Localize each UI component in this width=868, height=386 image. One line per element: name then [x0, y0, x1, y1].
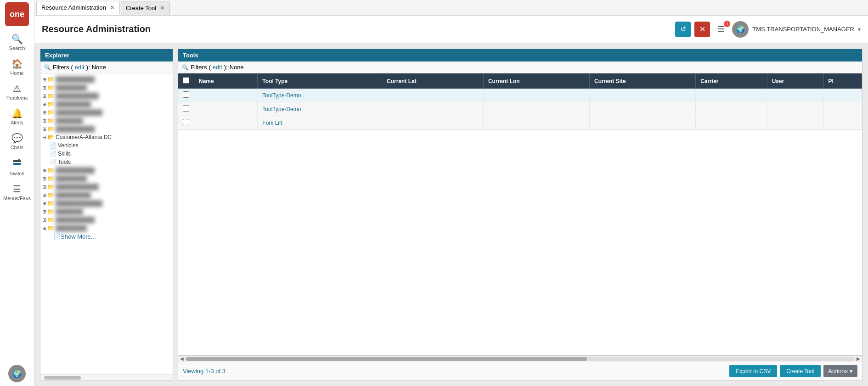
tree-item[interactable]: ⊞📁██████████ [40, 75, 173, 84]
row-checkbox-cell [178, 102, 194, 116]
sidebar-item-search[interactable]: 🔍 Search [0, 30, 34, 55]
col-carrier[interactable]: Carrier [696, 73, 767, 89]
actions-dropdown-icon: ▾ [850, 368, 853, 375]
tree-item[interactable]: ⊞📁████████████ [40, 108, 173, 117]
tools-filter-edit[interactable]: edit [213, 64, 222, 71]
tree-label-customer-atlanta: CustomerA-Atlanta DC [56, 134, 112, 140]
viewing-total: 3 [222, 368, 225, 375]
tree-toggle-icon[interactable]: ⊟ [42, 134, 46, 140]
home-icon: 🏠 [11, 58, 23, 69]
row-pl-0 [823, 89, 862, 102]
tree-item[interactable]: ⊞📁██████████ [40, 216, 173, 224]
main-area: Resource Administration ✕ Create Tool ✕ … [34, 0, 868, 386]
row-name-1 [194, 102, 258, 116]
row-site-0 [590, 89, 696, 102]
refresh-button[interactable]: ↺ [675, 22, 691, 37]
row-checkbox-cell [178, 116, 194, 130]
folder-icon: 📂 [47, 134, 54, 140]
tab-close-resource[interactable]: ✕ [110, 4, 115, 11]
user-name: TMS.TRANSPORTATION_MANAGER [752, 26, 854, 33]
col-user[interactable]: User [767, 73, 823, 89]
tree-item[interactable]: ⊞📁██████████ [40, 166, 173, 174]
tree-item[interactable]: ⊞📁███████████ [40, 183, 173, 191]
col-name[interactable]: Name [194, 73, 258, 89]
tree-item[interactable]: ⊞📁████████ [40, 174, 173, 183]
row-tool-type-0[interactable]: ToolType-Demo [258, 89, 382, 102]
sidebar-user-avatar[interactable]: 🌍 [8, 365, 26, 382]
tree-item[interactable]: ⊞📁███████ [40, 207, 173, 216]
tree-item[interactable]: ⊞📁████████ [40, 84, 173, 92]
row-checkbox[interactable] [183, 119, 189, 125]
tools-table-wrap: Name Tool Type Current Lat Current Lon C… [178, 73, 862, 355]
sidebar-item-problems[interactable]: ⚠ Problems [0, 79, 34, 104]
explorer-filter-bar: 🔍 Filters (edit): None [40, 62, 173, 73]
tree-item-skills[interactable]: 📄 Skills [48, 150, 173, 158]
close-button[interactable]: ✕ [694, 22, 710, 37]
row-site-2 [590, 116, 696, 130]
col-current-lat[interactable]: Current Lat [382, 73, 484, 89]
sidebar-item-home[interactable]: 🏠 Home [0, 55, 34, 79]
sidebar-label-home: Home [10, 70, 23, 76]
filter-search-icon: 🔍 [44, 64, 51, 71]
sidebar-item-switch[interactable]: Switch [0, 154, 34, 180]
row-checkbox[interactable] [183, 105, 189, 112]
app-logo[interactable]: one [5, 2, 29, 26]
col-current-lon[interactable]: Current Lon [483, 73, 589, 89]
tab-close-create[interactable]: ✕ [160, 5, 165, 11]
col-current-site[interactable]: Current Site [590, 73, 696, 89]
sidebar-item-chats[interactable]: 💬 Chats [0, 129, 34, 154]
sidebar-item-alerts[interactable]: 🔔 Alerts [0, 104, 34, 129]
tree-item-customer-atlanta[interactable]: ⊟ 📂 CustomerA-Atlanta DC [40, 133, 173, 141]
export-csv-button[interactable]: Export to CSV [729, 365, 777, 377]
row-checkbox[interactable] [183, 91, 189, 98]
row-tool-type-1[interactable]: ToolType-Demo [258, 102, 382, 116]
col-tool-type[interactable]: Tool Type [258, 73, 382, 89]
tab-label-create-tool: Create Tool [126, 5, 156, 11]
user-avatar[interactable]: 🌍 [732, 21, 749, 38]
user-dropdown-arrow[interactable]: ▾ [858, 26, 861, 33]
explorer-h-scrollbar[interactable] [40, 375, 173, 380]
tree-item-tools[interactable]: 📄 Tools [48, 158, 173, 166]
tree-item[interactable]: ⊞📁██████████ [40, 125, 173, 133]
tree-item[interactable]: ⊞📁█████████ [40, 100, 173, 108]
explorer-filter-edit[interactable]: edit [75, 64, 85, 71]
tree-show-more[interactable]: 📄 Show More... [40, 232, 173, 241]
tree-item[interactable]: ⊞📁████████████ [40, 199, 173, 207]
tree-label-vehicles: Vehicles [58, 142, 79, 149]
col-pl[interactable]: Pl [823, 73, 862, 89]
tab-create-tool[interactable]: Create Tool ✕ [121, 1, 170, 15]
tree-item[interactable]: ⊞📁████████ [40, 224, 173, 232]
table-row[interactable]: ToolType-Demo [178, 89, 862, 102]
viewing-range: 1-3 [205, 368, 214, 375]
tree-item[interactable]: ⊞📁███████████ [40, 92, 173, 100]
scroll-right-arrow[interactable]: ▶ [856, 356, 861, 361]
table-header-row: Name Tool Type Current Lat Current Lon C… [178, 73, 862, 89]
sidebar-item-menus[interactable]: ☰ Menus/Favs [0, 180, 34, 205]
notification-badge[interactable]: ☰ 1 [714, 22, 728, 36]
row-tool-type-2[interactable]: Fork Lift [258, 116, 382, 130]
scroll-left-arrow[interactable]: ◀ [179, 356, 185, 361]
tools-h-scrollbar[interactable]: ◀ ▶ [178, 355, 862, 362]
table-row[interactable]: Fork Lift [178, 116, 862, 130]
actions-label: Actions [828, 368, 848, 375]
row-lon-1 [483, 102, 589, 116]
tab-resource-administration[interactable]: Resource Administration ✕ [36, 1, 120, 15]
file-icon: 📄 [50, 151, 56, 157]
table-row[interactable]: ToolType-Demo [178, 102, 862, 116]
sidebar-label-search: Search [9, 45, 25, 51]
create-tool-button[interactable]: Create Tool [780, 365, 821, 377]
menus-icon: ☰ [13, 184, 21, 195]
scroll-track[interactable] [186, 357, 855, 361]
actions-button[interactable]: Actions ▾ [823, 365, 857, 377]
scroll-thumb [186, 357, 587, 361]
row-lat-1 [382, 102, 484, 116]
svg-rect-1 [13, 163, 21, 165]
tree-item[interactable]: ⊞📁███████ [40, 117, 173, 125]
select-all-checkbox[interactable] [183, 77, 189, 84]
sidebar-label-menus: Menus/Favs [3, 196, 31, 201]
tree-item-vehicles[interactable]: 📄 Vehicles [48, 141, 173, 150]
row-carrier-0 [696, 89, 767, 102]
sidebar: one 🔍 Search 🏠 Home ⚠ Problems 🔔 Alerts … [0, 0, 34, 386]
tools-filters-label: Filters [191, 64, 207, 71]
tree-item[interactable]: ⊞📁█████████ [40, 191, 173, 199]
